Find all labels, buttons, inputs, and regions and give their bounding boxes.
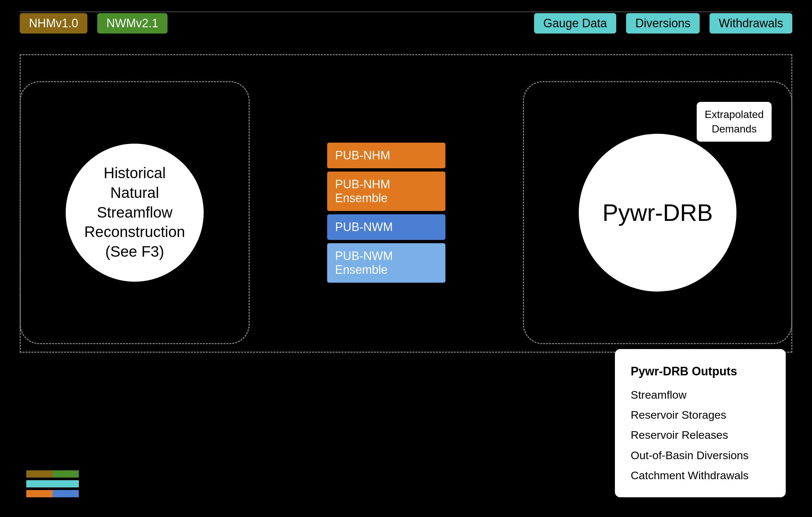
output-item-reservoir-releases: Reservoir Releases — [631, 425, 770, 445]
legend-orange — [26, 490, 53, 497]
legend-green — [53, 470, 79, 478]
pub-nwm-ensemble-bar: PUB-NWM Ensemble — [327, 243, 445, 283]
pub-nhm-bar: PUB-NHM — [327, 143, 445, 168]
pub-nhm-ensemble-bar: PUB-NHM Ensemble — [327, 171, 445, 211]
output-item-reservoir-storages: Reservoir Storages — [631, 405, 770, 425]
pywr-drb-circle: Pywr-DRB — [579, 134, 736, 292]
legend-blue — [53, 490, 79, 497]
output-title: Pywr-DRB Outputs — [631, 361, 770, 382]
tag-diversions: Diversions — [626, 13, 700, 33]
output-box: Pywr-DRB Outputs Streamflow Reservoir St… — [615, 349, 786, 497]
tag-nhm: NHMv1.0 — [20, 13, 87, 33]
left-rounded-box: HistoricalNaturalStreamflowReconstructio… — [20, 81, 250, 344]
extrapolated-demands-box: ExtrapolatedDemands — [697, 102, 772, 142]
output-item-streamflow: Streamflow — [631, 385, 770, 405]
top-line — [20, 11, 792, 12]
right-rounded-box: Pywr-DRB ExtrapolatedDemands — [523, 81, 792, 344]
pub-nwm-bar: PUB-NWM — [327, 214, 445, 240]
legend-row-1 — [26, 470, 79, 478]
historical-circle-text: HistoricalNaturalStreamflowReconstructio… — [84, 163, 185, 262]
middle-section: PUB-NHM PUB-NHM Ensemble PUB-NWM PUB-NWM… — [250, 143, 523, 283]
legend-brown — [26, 470, 53, 478]
main-area: HistoricalNaturalStreamflowReconstructio… — [20, 66, 792, 359]
output-item-diversions: Out-of-Basin Diversions — [631, 445, 770, 465]
top-bar: NHMv1.0 NWMv2.1 Gauge Data Diversions Wi… — [20, 13, 792, 33]
tag-nwm: NWMv2.1 — [97, 13, 168, 33]
legend-area — [26, 470, 79, 497]
historical-circle: HistoricalNaturalStreamflowReconstructio… — [66, 144, 204, 282]
output-item-withdrawals: Catchment Withdrawals — [631, 465, 770, 486]
legend-row-3 — [26, 490, 79, 497]
pywr-drb-text: Pywr-DRB — [603, 199, 713, 226]
tag-withdrawals: Withdrawals — [709, 13, 792, 33]
legend-teal — [26, 480, 79, 487]
tag-gauge: Gauge Data — [534, 13, 616, 33]
legend-row-2 — [26, 480, 79, 487]
